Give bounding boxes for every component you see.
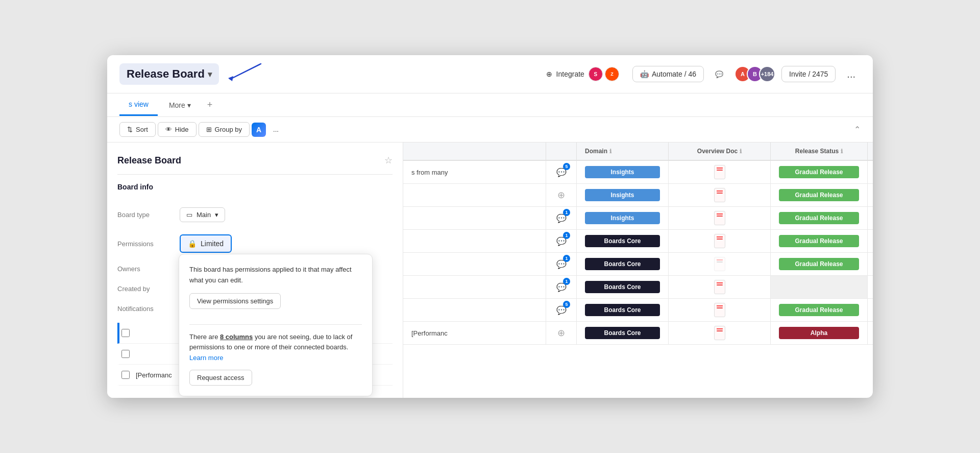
notifications-label: Notifications [117,305,174,313]
cell-chat[interactable]: ⊕ [546,184,577,206]
cell-name [403,184,546,206]
invite-button[interactable]: Invite / 2475 [781,66,836,82]
info-icon: ℹ [609,148,611,155]
lock-icon: 🔒 [188,240,197,248]
request-access-button[interactable]: Request access [189,370,252,386]
doc-icon [714,188,725,202]
cell-chat[interactable]: ⊕ [546,322,577,344]
th-domain: Domain ℹ [577,142,669,160]
domain-badge: Boards Core [585,327,660,339]
status-badge: Alpha [779,327,859,339]
cell-status: Gradual Release [771,184,868,206]
avatar-count[interactable]: +184 [759,66,775,82]
toolbar: ⇅ Sort 👁 Hide ⊞ Group by A ... ⌃ [107,117,873,142]
created-by-label: Created by [117,285,174,293]
integrate-icon: ⊕ [546,70,552,78]
status-badge: Gradual Release [779,166,859,178]
cell-chat[interactable]: 💬5 [546,299,577,321]
cell-name [403,207,546,229]
collapse-button[interactable]: ⌃ [854,125,861,134]
status-badge: Gradual Release [779,189,859,201]
chat-bubble: 💬1 [554,280,568,294]
cell-overview[interactable] [669,253,771,275]
tab-add-button[interactable]: + [202,93,218,116]
cell-chat[interactable]: 💬1 [546,276,577,298]
main-content: Release Board ☆ Board info Board type ▭ … [107,142,873,398]
cell-name: [Performanc [403,322,546,344]
chat-bubble: 💬1 [554,211,568,225]
cell-overview[interactable] [669,184,771,206]
domain-badge: Insights [585,212,660,224]
status-badge: Gradual Release [779,212,859,224]
row-checkbox[interactable] [121,350,130,358]
status-badge: Gradual Release [779,235,859,247]
cell-overview[interactable] [669,322,771,344]
view-permissions-button[interactable]: View permissions settings [189,293,281,309]
tab-more[interactable]: More ▾ [160,95,200,115]
sort-button[interactable]: ⇅ Sort [119,122,156,137]
info-icon: ℹ [740,148,742,155]
cell-overview[interactable] [669,230,771,252]
columns-warning: There are 8 columns you are not seeing, … [189,332,362,386]
table-row: 💬1InsightsGradual Release [403,207,873,230]
chat-bubble: 💬1 [554,234,568,248]
row-checkbox[interactable] [121,329,130,337]
info-icon: ℹ [841,148,843,155]
automate-button[interactable]: 🤖 Automate / 46 [632,66,704,82]
cell-domain: Insights [577,184,669,206]
permissions-row: Permissions 🔒 Limited This board has per… [117,228,393,259]
chevron-down-icon: ▾ [187,101,191,109]
header-left: Release Board ▾ [119,63,266,85]
chevron-down-icon: ▾ [208,69,212,79]
chat-button[interactable]: 💬 [710,67,728,81]
hide-button[interactable]: 👁 Hide [158,122,197,137]
cell-status: Gradual Release [771,161,868,183]
arrow-annotation [225,64,266,84]
integrate-button[interactable]: ⊕ Integrate S Z [539,63,626,85]
cell-overview[interactable] [669,207,771,229]
header-right: ⊕ Integrate S Z 🤖 Automate / 46 💬 A B +1… [539,63,861,85]
cell-domain: Insights [577,207,669,229]
cell-overview[interactable] [669,276,771,298]
cell-chat[interactable]: 💬5 [546,161,577,183]
domain-badge: Boards Core [585,281,660,293]
toolbar-more-button[interactable]: ... [268,123,284,136]
th-chat [546,142,577,160]
cell-domain: Insights [577,161,669,183]
doc-icon [714,211,725,225]
learn-more-link[interactable]: Learn more [189,354,223,362]
add-chat-icon[interactable]: ⊕ [554,188,568,202]
cell-status: Gradual Release [771,299,868,321]
group-by-button[interactable]: ⊞ Group by [199,122,250,137]
doc-icon [714,165,725,179]
tab-main-view[interactable]: s view [119,94,158,116]
board-title-button[interactable]: Release Board ▾ [119,63,219,85]
cell-status: Gradual Release [771,253,868,275]
row-text: [Performanc [136,371,172,379]
robot-icon: 🤖 [640,70,649,78]
chat-bubble: 💬1 [554,257,568,271]
cell-overview[interactable] [669,161,771,183]
chat-bubble: 💬5 [554,303,568,317]
cell-chat[interactable]: 💬1 [546,230,577,252]
cell-overview[interactable] [669,299,771,321]
cell-chat[interactable]: 💬1 [546,253,577,275]
header-more-button[interactable]: ... [842,65,861,84]
toolbar-right: ⌃ [854,125,861,134]
star-button[interactable]: ☆ [384,155,393,166]
slack-icon: S [589,67,603,81]
ai-icon[interactable]: A [252,123,266,137]
permissions-dropdown[interactable]: 🔒 Limited [180,234,232,253]
doc-icon [714,303,725,317]
table-row: ⊕InsightsGradual Release [403,184,873,207]
cell-name [403,276,546,298]
row-checkbox[interactable] [121,371,130,379]
status-badge: Gradual Release [779,258,859,270]
chat-icon: 💬 [715,70,723,78]
th-status: Release Status ℹ [771,142,868,160]
add-chat-icon[interactable]: ⊕ [554,326,568,340]
cell-chat[interactable]: 💬1 [546,207,577,229]
board-type-dropdown[interactable]: ▭ Main ▾ [180,207,225,222]
permissions-tooltip: This board has permissions applied to it… [179,254,373,396]
table-row: 💬1Boards CoreGradual Release [403,230,873,253]
